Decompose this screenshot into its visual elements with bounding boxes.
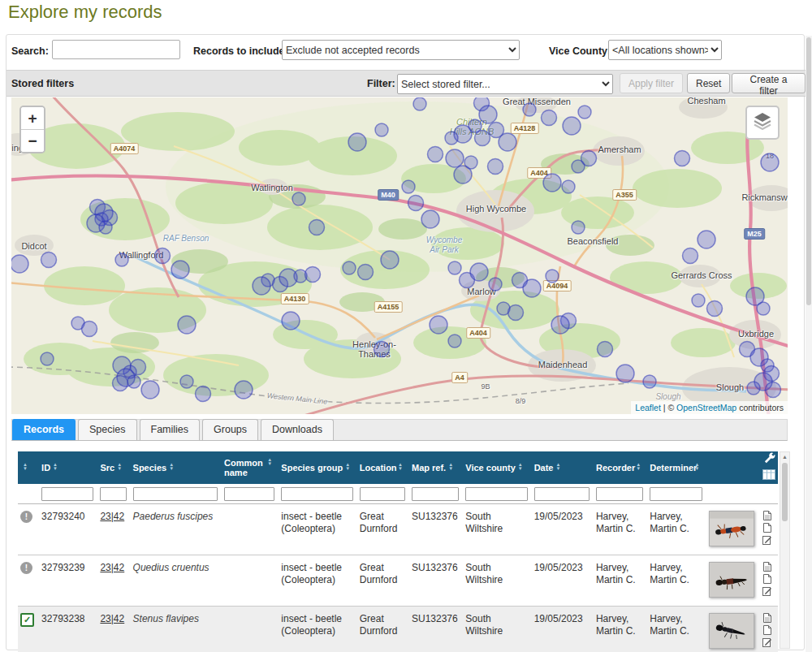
column-settings-icon[interactable] — [762, 469, 775, 481]
filter-cell-common-name — [222, 484, 279, 504]
source-link[interactable]: 23|42 — [100, 613, 124, 624]
records-include-select[interactable]: Exclude not accepted records — [282, 40, 520, 60]
record-row[interactable]: !3279323923|42Quedius cruentusinsect - b… — [18, 555, 778, 607]
records-map[interactable]: AbingdonDidcotWallingfordWatlingtonHenle… — [11, 97, 788, 414]
sort-icon[interactable]: ▲▼ — [117, 463, 122, 471]
record-details-icon[interactable] — [763, 613, 771, 623]
stored-filter-select[interactable]: Select stored filter... — [397, 74, 613, 94]
record-details-icon[interactable] — [763, 511, 771, 520]
cell-species: Paederus fuscipes — [131, 504, 222, 555]
wrench-icon[interactable] — [764, 452, 775, 465]
cell-id: 32793238 — [39, 607, 97, 652]
tab-species[interactable]: Species — [78, 419, 136, 440]
sort-column-header[interactable]: ▲▼ — [18, 451, 39, 484]
record-photo-thumbnail[interactable] — [709, 613, 754, 649]
record-photo-thumbnail[interactable] — [709, 562, 754, 598]
road-shield-label: A404 — [527, 167, 551, 179]
leaflet-link[interactable]: Leaflet — [635, 403, 661, 412]
sort-icon[interactable]: ▲▼ — [345, 463, 350, 471]
source-link[interactable]: 23|42 — [100, 562, 124, 573]
scroll-up-icon[interactable]: ▲ — [780, 452, 789, 462]
record-details-icon[interactable] — [763, 562, 771, 572]
create-filter-button[interactable]: Create a filter — [732, 73, 806, 93]
sort-icon[interactable]: ▲▼ — [267, 458, 272, 466]
sort-icon[interactable]: ▲▼ — [169, 463, 174, 471]
filter-input-vice-county[interactable] — [465, 487, 527, 501]
vice-county-select[interactable]: <All locations shown> — [608, 40, 722, 60]
zoom-in-button[interactable]: + — [21, 107, 44, 130]
table-scrollbar[interactable]: ▲ — [780, 451, 790, 649]
map-place-label: Wallingford — [119, 250, 164, 260]
source-link[interactable]: 23|42 — [100, 511, 124, 522]
filter-input-src[interactable] — [100, 487, 126, 501]
status-pending-icon[interactable]: ! — [20, 511, 32, 523]
filter-cell-tools — [706, 484, 778, 504]
filter-cell-vice-county — [463, 484, 531, 504]
column-header-map-ref[interactable]: Map ref.▲▼ — [409, 451, 463, 484]
tab-downloads[interactable]: Downloads — [261, 419, 334, 440]
filter-input-id[interactable] — [41, 487, 93, 501]
edit-record-icon[interactable] — [762, 637, 772, 647]
map-place-label: Marlow — [467, 287, 495, 296]
record-row[interactable]: ✓3279323823|42Stenus flavipesinsect - be… — [18, 607, 778, 652]
zoom-out-button[interactable]: − — [21, 130, 44, 152]
column-header-vice-county[interactable]: Vice county▲▼ — [463, 451, 531, 484]
edit-record-icon[interactable] — [762, 535, 772, 545]
tab-groups[interactable]: Groups — [202, 419, 258, 440]
filter-input-map-ref[interactable] — [412, 487, 459, 501]
cell-determiner: Harvey, Martin C. — [647, 607, 706, 652]
filter-input-recorder[interactable] — [596, 487, 643, 501]
tab-families[interactable]: Families — [140, 419, 201, 440]
page-scrollbar-thumb[interactable] — [806, 37, 811, 305]
cell-src: 23|42 — [97, 555, 130, 607]
filter-cell-id — [39, 484, 97, 504]
filter-input-species-group[interactable] — [281, 487, 352, 501]
status-accepted-icon[interactable]: ✓ — [20, 613, 34, 627]
cell-date: 19/05/2023 — [532, 607, 594, 652]
layers-control[interactable] — [745, 106, 780, 140]
column-header-species[interactable]: Species▲▼ — [131, 451, 222, 484]
filter-input-date[interactable] — [534, 487, 590, 501]
column-header-id[interactable]: ID▲▼ — [39, 451, 97, 484]
record-row[interactable]: !3279324023|42Paederus fuscipesinsect - … — [18, 504, 778, 555]
sort-icon[interactable]: ▲▼ — [555, 463, 560, 471]
reset-button[interactable]: Reset — [687, 73, 730, 93]
cell-recorder: Harvey, Martin C. — [594, 607, 647, 652]
tab-records[interactable]: Records — [12, 419, 76, 440]
column-header-recorder[interactable]: Recorder▲▼ — [594, 451, 647, 484]
filter-input-species[interactable] — [133, 487, 218, 501]
osm-link[interactable]: OpenStreetMap — [676, 403, 736, 412]
record-photo-thumbnail[interactable] — [709, 511, 754, 546]
sort-icon[interactable]: ▲▼ — [53, 463, 58, 471]
column-header-common-name[interactable]: Common name▲▼ — [222, 451, 279, 484]
sort-icon[interactable]: ▲▼ — [636, 463, 641, 471]
explore-my-records-page: Explore my records Search: Records to in… — [0, 0, 812, 652]
column-header-location[interactable]: Location▲▼ — [357, 451, 409, 484]
record-form-icon[interactable] — [763, 625, 771, 635]
scrollbar-thumb[interactable] — [782, 463, 788, 521]
sort-icon[interactable]: ▲▼ — [448, 463, 453, 471]
layers-icon — [753, 112, 772, 133]
column-header-determiner[interactable]: Determiner▲▼ — [647, 451, 706, 484]
page-scrollbar[interactable] — [806, 36, 812, 652]
filter-input-common-name[interactable] — [224, 487, 274, 501]
sort-icon[interactable]: ▲▼ — [518, 463, 523, 471]
column-header-species-group[interactable]: Species group▲▼ — [279, 451, 356, 484]
search-input[interactable] — [52, 40, 180, 59]
sort-icon[interactable]: ▲▼ — [695, 463, 700, 471]
filter-input-location[interactable] — [360, 487, 405, 501]
map-place-label: Wycombe Air Park — [426, 235, 462, 255]
cell-determiner: Harvey, Martin C. — [647, 504, 706, 555]
road-shield-label: M25 — [744, 228, 765, 240]
sort-icon[interactable]: ▲▼ — [398, 463, 403, 471]
record-form-icon[interactable] — [763, 523, 771, 533]
edit-record-icon[interactable] — [762, 586, 772, 596]
column-header-date[interactable]: Date▲▼ — [532, 451, 594, 484]
apply-filter-button[interactable]: Apply filter — [620, 73, 683, 93]
map-place-label: RAF Benson — [163, 234, 209, 244]
filter-input-determiner[interactable] — [650, 487, 702, 501]
sort-icon[interactable]: ▲▼ — [23, 463, 28, 471]
status-pending-icon[interactable]: ! — [20, 562, 32, 574]
column-header-src[interactable]: Src▲▼ — [97, 451, 130, 484]
record-form-icon[interactable] — [763, 574, 771, 584]
